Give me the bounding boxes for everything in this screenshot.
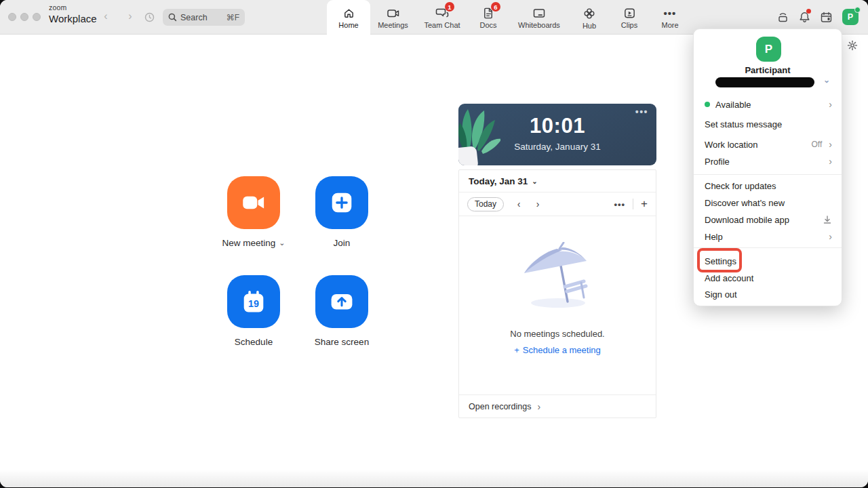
menu-item-download-mobile-app[interactable]: Download mobile app: [694, 212, 842, 227]
nav-back-button[interactable]: ‹: [99, 9, 113, 23]
join-plus-icon: [327, 188, 357, 218]
clock-date: Saturday, January 31: [458, 142, 656, 152]
calendar-panel: Today, Jan 31 ⌄ Today ‹ › ••• + No meeti…: [458, 169, 656, 418]
schedule-calendar-icon: 19: [239, 287, 269, 317]
connect-device-icon[interactable]: [772, 11, 793, 24]
chevron-right-icon: ›: [829, 156, 832, 167]
video-camera-icon: [239, 188, 268, 217]
menu-item-settings[interactable]: Settings: [694, 253, 842, 268]
brand-zoom-text: zoom: [49, 4, 97, 12]
calendar-icon[interactable]: [815, 11, 837, 24]
today-button[interactable]: Today: [467, 197, 504, 211]
profile-dropdown-menu: P Participant ⌄ Available › Set status m…: [693, 28, 842, 306]
tab-whiteboards[interactable]: Whiteboards: [508, 0, 570, 35]
chevron-down-icon[interactable]: ⌄: [823, 75, 830, 85]
beach-umbrella-illustration: [517, 242, 597, 310]
plus-icon: +: [514, 345, 519, 355]
chevron-right-icon: ›: [829, 99, 832, 110]
tab-clips[interactable]: Clips: [608, 0, 650, 35]
calendar-date-header[interactable]: Today, Jan 31 ⌄: [459, 170, 656, 192]
new-meeting-action: New meeting ⌄: [210, 176, 298, 275]
presence-dot: [854, 7, 861, 13]
whiteboard-icon: [532, 7, 546, 20]
chevron-right-icon: ›: [537, 401, 540, 412]
schedule-a-meeting-link[interactable]: + Schedule a meeting: [514, 345, 601, 355]
nav-forward-button[interactable]: ›: [123, 9, 137, 23]
share-screen-button[interactable]: [315, 275, 368, 328]
chevron-right-icon: ›: [829, 231, 832, 242]
menu-item-add-account[interactable]: Add account: [694, 270, 842, 285]
available-status-dot: [705, 102, 710, 107]
open-recordings-link[interactable]: Open recordings ›: [459, 394, 656, 418]
notification-dot: [806, 9, 811, 14]
join-button[interactable]: [315, 176, 368, 229]
tab-home[interactable]: Home: [327, 0, 370, 35]
tab-more[interactable]: ••• More: [650, 0, 690, 35]
tab-meetings[interactable]: Meetings: [370, 0, 416, 35]
svg-text:19: 19: [248, 298, 259, 309]
menu-item-sign-out[interactable]: Sign out: [694, 287, 842, 302]
profile-avatar-button[interactable]: P: [842, 9, 859, 25]
tab-team-chat[interactable]: 1 Team Chat: [416, 0, 469, 35]
menu-item-help[interactable]: Help ›: [694, 229, 842, 244]
menu-item-status-available[interactable]: Available ›: [694, 97, 842, 112]
main-tab-bar: Home Meetings 1 Team Chat 6 Docs Whitebo…: [327, 0, 690, 35]
window-minimize-button[interactable]: [20, 13, 28, 21]
home-icon: [342, 7, 355, 20]
zoom-workplace-logo: zoom Workplace: [49, 4, 97, 24]
work-location-value: Off: [812, 140, 823, 149]
tab-hub[interactable]: Hub: [570, 0, 608, 35]
new-meeting-button[interactable]: [227, 176, 280, 229]
clock-card: ••• 10:01 Saturday, January 31: [458, 104, 656, 165]
schedule-action: 19 Schedule: [210, 275, 298, 374]
profile-avatar-large: P: [756, 37, 781, 62]
join-action: Join: [298, 176, 386, 275]
menu-divider: [694, 247, 842, 248]
menu-item-set-status-message[interactable]: Set status message: [694, 117, 842, 131]
search-input[interactable]: Search ⌘F: [163, 9, 245, 26]
home-settings-gear-icon[interactable]: [847, 40, 859, 52]
history-icon[interactable]: [144, 12, 155, 23]
toolbar-divider: [633, 199, 633, 209]
zoom-workplace-window: zoom Workplace ‹ › Search ⌘F Home Meetin…: [0, 0, 868, 487]
menu-item-discover-whats-new[interactable]: Discover what's new: [694, 195, 842, 210]
search-icon: [168, 13, 177, 22]
calendar-prev-button[interactable]: ‹: [509, 199, 528, 209]
search-shortcut: ⌘F: [226, 13, 239, 22]
brand-workplace-text: Workplace: [49, 14, 97, 24]
schedule-label: Schedule: [235, 337, 273, 347]
search-placeholder: Search: [180, 13, 226, 22]
new-meeting-label: New meeting: [222, 238, 275, 248]
clips-icon: [623, 7, 636, 20]
share-screen-icon: [327, 287, 357, 317]
calendar-next-button[interactable]: ›: [528, 199, 547, 209]
menu-item-check-for-updates[interactable]: Check for updates: [694, 178, 842, 193]
notifications-bell-icon[interactable]: [793, 11, 815, 24]
calendar-add-button[interactable]: +: [641, 197, 648, 211]
docs-badge: 6: [491, 2, 500, 12]
window-bottom-fade: [0, 470, 868, 487]
menu-divider: [694, 174, 842, 175]
calendar-more-icon[interactable]: •••: [614, 199, 625, 209]
join-label: Join: [334, 238, 351, 248]
calendar-empty-state: No meetings scheduled. + Schedule a meet…: [459, 216, 656, 394]
share-screen-action: Share screen: [298, 275, 386, 374]
chevron-down-icon: ⌄: [532, 178, 537, 185]
share-screen-label: Share screen: [315, 337, 369, 347]
hub-icon: [583, 7, 596, 20]
window-close-button[interactable]: [8, 13, 16, 21]
calendar-toolbar: Today ‹ › ••• +: [459, 192, 656, 216]
schedule-button[interactable]: 19: [227, 275, 280, 328]
profile-name: Participant: [694, 65, 842, 75]
download-icon: [823, 215, 832, 224]
chevron-down-icon[interactable]: ⌄: [279, 239, 285, 247]
home-action-grid: New meeting ⌄ Join 19 Schedule Share scr…: [210, 176, 386, 374]
tab-docs[interactable]: 6 Docs: [469, 0, 508, 35]
menu-item-profile[interactable]: Profile ›: [694, 154, 842, 169]
menu-item-work-location[interactable]: Work location Off ›: [694, 137, 842, 152]
video-camera-icon: [387, 7, 400, 20]
redacted-email-bar: [715, 77, 814, 87]
clock-time: 10:01: [458, 114, 656, 138]
window-zoom-button[interactable]: [33, 13, 41, 21]
chevron-right-icon: ›: [829, 139, 832, 150]
